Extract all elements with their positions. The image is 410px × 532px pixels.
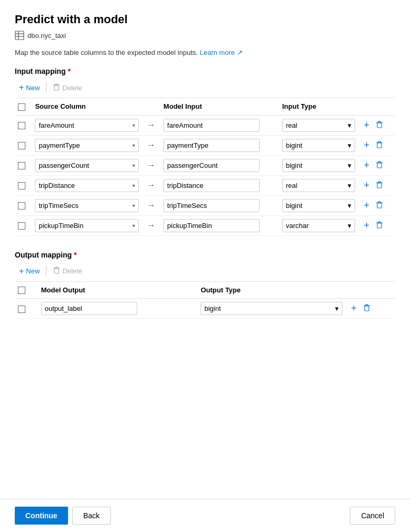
type-chevron-icon: ▾ [348,121,351,129]
input-table-row: paymentType ▾ → bigint ▾ + [15,135,395,155]
row-checkbox[interactable] [18,222,25,230]
row-actions-cell: + [358,115,395,135]
required-indicator: * [68,67,70,75]
input-type-cell: bigint ▾ [279,195,359,215]
source-column-cell: tripDistance ▾ [32,175,142,195]
output-header-checkbox[interactable] [18,287,25,294]
output-delete-button[interactable]: Delete [49,264,87,278]
output-type-dropdown[interactable]: bigint ▾ [201,302,342,315]
model-output-field[interactable] [41,302,137,315]
input-type-dropdown[interactable]: bigint ▾ [282,199,356,212]
source-column-dropdown[interactable]: passengerCount ▾ [35,159,139,172]
row-checkbox-cell [15,195,32,215]
arrow-cell: → [142,155,160,175]
header-arrow [142,98,160,115]
input-type-dropdown[interactable]: bigint ▾ [282,139,356,152]
add-row-button[interactable]: + [361,179,371,192]
input-table-row: tripTimeSecs ▾ → bigint ▾ + [15,195,395,215]
source-column-cell: pickupTimeBin ▾ [32,215,142,235]
output-mapping-section: Output mapping * + New [15,251,395,319]
model-input-field[interactable] [164,159,260,172]
model-input-cell [160,115,279,135]
delete-row-button[interactable] [374,220,385,230]
type-chevron-icon: ▾ [348,141,351,149]
add-row-button[interactable]: + [361,139,371,152]
source-column-value: passengerCount [39,162,89,169]
output-add-row-button[interactable]: + [349,302,359,315]
model-input-cell [160,135,279,155]
input-type-dropdown[interactable]: varchar ▾ [282,219,356,232]
row-checkbox[interactable] [18,142,25,149]
delete-row-button[interactable] [374,120,385,129]
type-chevron-icon: ▾ [348,162,351,169]
header-checkbox[interactable] [18,103,25,111]
back-button[interactable]: Back [72,507,111,525]
plus-icon: + [19,83,24,92]
arrow-cell: → [142,115,160,135]
arrow-cell: → [142,175,160,195]
source-column-dropdown[interactable]: tripDistance ▾ [35,179,139,192]
model-input-cell [160,195,279,215]
output-trash-icon [53,267,60,276]
delete-row-button[interactable] [374,160,385,169]
add-row-button[interactable]: + [361,199,371,212]
output-row-checkbox[interactable] [18,306,25,313]
delete-row-button[interactable] [374,200,385,210]
input-type-dropdown[interactable]: real ▾ [282,179,356,192]
source-column-dropdown[interactable]: paymentType ▾ [35,139,139,152]
source-column-dropdown[interactable]: tripTimeSecs ▾ [35,199,139,212]
output-row-checkbox-cell [15,299,38,319]
row-checkbox-cell [15,155,32,175]
output-header-checkbox-cell [15,282,38,299]
row-checkbox[interactable] [18,162,25,169]
row-actions-cell: + [358,155,395,175]
chevron-down-icon: ▾ [132,122,135,128]
input-type-dropdown[interactable]: real ▾ [282,119,356,132]
model-input-field[interactable] [164,119,260,132]
output-required-indicator: * [74,251,77,259]
source-column-dropdown[interactable]: pickupTimeBin ▾ [35,219,139,232]
footer: Continue Back Cancel [0,499,410,532]
model-input-field[interactable] [164,219,260,232]
add-row-button[interactable]: + [361,119,371,132]
delete-row-button[interactable] [374,180,385,189]
header-output-type: Output Type [197,282,346,299]
header-input-type: Input Type [279,98,359,115]
row-actions-cell: + [358,135,395,155]
delete-row-button[interactable] [374,140,385,149]
svg-rect-34 [377,223,382,228]
header-model-input: Model Input [160,98,279,115]
svg-rect-9 [377,123,382,128]
svg-rect-19 [377,163,382,168]
cancel-button[interactable]: Cancel [350,507,395,525]
input-type-cell: bigint ▾ [279,155,359,175]
add-row-button[interactable]: + [361,159,371,172]
continue-button[interactable]: Continue [15,507,68,525]
input-mapping-toolbar: + New Delete [15,81,395,98]
output-delete-row-button[interactable] [361,303,373,312]
model-input-field[interactable] [164,199,260,212]
row-actions-cell: + [358,215,395,235]
source-column-dropdown[interactable]: fareAmount ▾ [35,119,139,132]
model-input-field[interactable] [164,179,260,192]
add-row-button[interactable]: + [361,219,371,232]
output-new-button[interactable]: + New [15,264,44,278]
table-icon [15,31,24,40]
learn-more-link[interactable]: Learn more ↗ [200,49,243,56]
row-actions-cell: + [358,175,395,195]
input-table-header-row: Source Column Model Input Input Type [15,98,395,115]
svg-rect-14 [377,143,382,148]
input-delete-button[interactable]: Delete [49,81,87,94]
model-input-field[interactable] [164,139,260,152]
input-type-dropdown[interactable]: bigint ▾ [282,159,356,172]
output-mapping-toolbar: + New Delete [15,264,395,282]
row-checkbox[interactable] [18,202,25,210]
row-checkbox[interactable] [18,182,25,189]
output-header-actions [346,282,395,299]
row-checkbox-cell [15,135,32,155]
row-checkbox[interactable] [18,122,25,129]
chevron-down-icon: ▾ [132,183,135,188]
input-new-button[interactable]: + New [15,81,44,94]
input-type-value: varchar [286,222,309,230]
svg-rect-4 [54,86,59,90]
